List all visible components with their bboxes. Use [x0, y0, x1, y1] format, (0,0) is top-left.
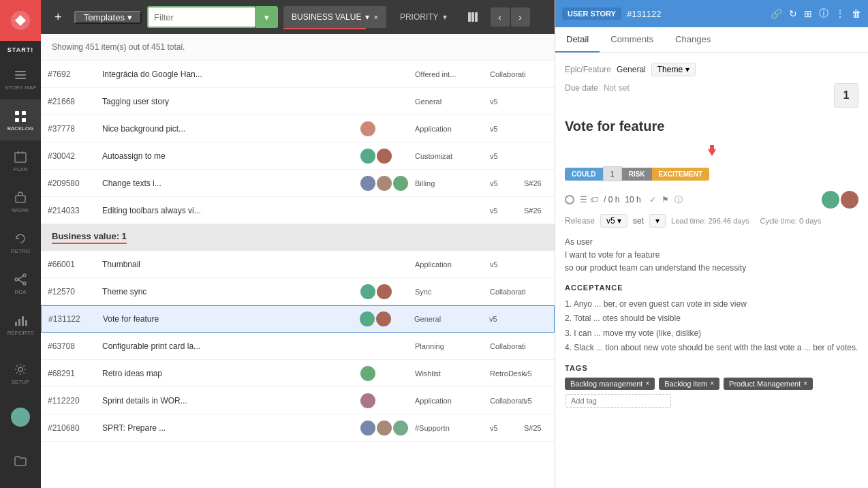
list-item[interactable]: #66001 Thumbnail Application v5	[41, 251, 555, 278]
row-version: v5	[486, 260, 521, 269]
list-item[interactable]: #30042 Autoassign to me Customizat v5	[41, 142, 555, 170]
row-version: v5	[486, 97, 521, 106]
row-id: #209580	[41, 179, 95, 188]
columns-button[interactable]	[461, 6, 485, 28]
info-icon[interactable]: ⓘ	[819, 7, 828, 20]
tag-icon[interactable]: 🏷	[590, 195, 598, 204]
row-title: Integrácia do Google Han...	[95, 70, 357, 79]
list-item[interactable]: #68291 Retro ideas map Wishlist RetroDes…	[41, 360, 555, 387]
tab-detail[interactable]: Detail	[555, 27, 600, 52]
svg-point-21	[18, 367, 22, 371]
svg-rect-5	[22, 111, 26, 115]
row-avatars	[357, 393, 412, 408]
tag-label: Backlog item	[664, 380, 707, 388]
svg-rect-10	[22, 151, 23, 154]
avatar	[393, 176, 408, 191]
prev-button[interactable]: ‹	[491, 7, 510, 27]
list-item[interactable]: #37778 Nice background pict... Applicati…	[41, 115, 555, 142]
release-button[interactable]: v5 ▾	[600, 214, 627, 228]
list-item-selected[interactable]: #131122 Vote for feature General v5	[41, 305, 555, 333]
business-value-button[interactable]: BUSINESS VALUE ▾ ×	[283, 6, 386, 28]
list-item[interactable]: #63708 Configurable print card la... Pla…	[41, 333, 555, 360]
list-item[interactable]: #21668 Tagging user story General v5	[41, 88, 555, 115]
sidebar-folder[interactable]	[0, 440, 41, 481]
tag-close-icon[interactable]: ×	[710, 380, 714, 387]
svg-rect-18	[18, 319, 20, 326]
check-icon[interactable]: ✓	[649, 195, 656, 204]
start-button[interactable]: START!	[7, 41, 33, 59]
add-tag-input[interactable]	[565, 394, 671, 408]
theme-label: Theme	[657, 65, 683, 74]
refresh-icon[interactable]: ↻	[789, 8, 797, 19]
tag-close-icon[interactable]: ×	[803, 380, 807, 387]
story-row: ☰ 🏷 / 0 h 10 h ✓ ⚑ ⓘ	[565, 191, 858, 209]
main-content: + Templates ▾ ▾ BUSINESS VALUE ▾ × PRIOR…	[41, 0, 555, 488]
link-icon[interactable]: 🔗	[771, 8, 782, 19]
sidebar-item-plan[interactable]: PLAN	[0, 140, 41, 181]
flag-icon[interactable]: ⚑	[662, 195, 669, 204]
list-item[interactable]: #112220 Sprint details in WOR... Applica…	[41, 387, 555, 414]
sidebar-item-reports[interactable]: REPORTS	[0, 304, 41, 345]
list-item[interactable]: #7692 Integrácia do Google Han... Offere…	[41, 61, 555, 88]
list-item[interactable]: #210680 SPRT: Prepare ... #Supportn v5 S…	[41, 414, 555, 442]
sidebar-label-story-map: STORY MAP	[5, 85, 37, 91]
epic-row: Epic/Feature General Theme ▾	[565, 63, 858, 76]
filter-dropdown-button[interactable]: ▾	[256, 6, 278, 28]
bv-close-icon[interactable]: ×	[373, 13, 377, 21]
svg-point-13	[23, 274, 26, 277]
sprint-dropdown[interactable]: ▾	[649, 214, 666, 228]
row-avatars	[357, 149, 412, 164]
row-avatars	[357, 121, 412, 136]
svg-rect-3	[15, 78, 26, 79]
svg-rect-24	[475, 12, 478, 22]
more-icon[interactable]: ⋮	[835, 8, 845, 19]
sidebar-item-backlog[interactable]: BACKLOG	[0, 100, 41, 140]
list-icon[interactable]: ☰	[580, 195, 587, 204]
sprint-value: set	[633, 216, 644, 226]
sidebar-item-work[interactable]: WORK	[0, 181, 41, 222]
list-item[interactable]: #214033 Editing toolbars always vi... v5…	[41, 197, 555, 224]
app-logo[interactable]	[0, 0, 41, 41]
templates-button[interactable]: Templates ▾	[74, 11, 142, 24]
row-tag: Billing	[412, 179, 486, 187]
priority-chevron-icon: ▾	[443, 12, 447, 22]
info-circle-icon[interactable]: ⓘ	[675, 194, 683, 206]
as-user-section: As user I want to vote for a feature so …	[565, 236, 858, 275]
sidebar-item-story-map[interactable]: STORY MAP	[0, 59, 41, 100]
avatar	[377, 421, 392, 436]
list-item[interactable]: #209580 Change texts i... Billing v5 S#2…	[41, 170, 555, 197]
next-button[interactable]: ›	[511, 7, 530, 27]
delete-icon[interactable]: 🗑	[852, 8, 861, 19]
theme-button[interactable]: Theme ▾	[651, 63, 696, 76]
vote-risk: RISK	[622, 168, 652, 181]
panel-tabs: Detail Comments Changes	[555, 27, 868, 53]
sidebar-avatar[interactable]	[0, 397, 41, 438]
sidebar-label-work: WORK	[12, 207, 29, 213]
tab-comments[interactable]: Comments	[600, 27, 664, 52]
priority-button[interactable]: PRIORITY ▾	[392, 6, 455, 28]
sidebar-item-retro[interactable]: RETRO	[0, 222, 41, 263]
row-id: #12570	[41, 287, 95, 296]
showing-text: Showing 451 item(s) out of 451 total.	[52, 42, 185, 52]
business-value-box[interactable]: 1	[834, 83, 858, 108]
panel-top-bar: USER STORY #131122 🔗 ↻ ⊞ ⓘ ⋮ 🗑	[555, 0, 868, 27]
nav-arrows: ‹ ›	[491, 7, 530, 27]
sidebar-label-retro: RETRO	[11, 248, 30, 254]
row-collab: Collaborati	[486, 288, 521, 296]
sidebar-item-rca[interactable]: RCA	[0, 263, 41, 304]
list-item[interactable]: #12570 Theme sync Sync Collaborati	[41, 278, 555, 305]
avatar	[360, 393, 375, 408]
vote-number[interactable]: 1	[603, 166, 622, 181]
expand-icon[interactable]: ⊞	[804, 8, 812, 19]
cycle-time: Cycle time: 0 days	[760, 217, 821, 225]
radio-button[interactable]	[565, 195, 574, 204]
row-title: Configurable print card la...	[95, 341, 357, 351]
filter-input[interactable]	[147, 6, 256, 28]
sidebar-item-setup[interactable]: SETUP	[0, 353, 41, 394]
due-label: Due date	[565, 83, 598, 93]
tab-changes[interactable]: Changes	[664, 27, 722, 52]
templates-chevron-icon: ▾	[127, 12, 132, 22]
tag-close-icon[interactable]: ×	[645, 380, 649, 387]
add-button[interactable]: +	[48, 6, 69, 28]
row-tag: Offered int...	[412, 70, 486, 78]
